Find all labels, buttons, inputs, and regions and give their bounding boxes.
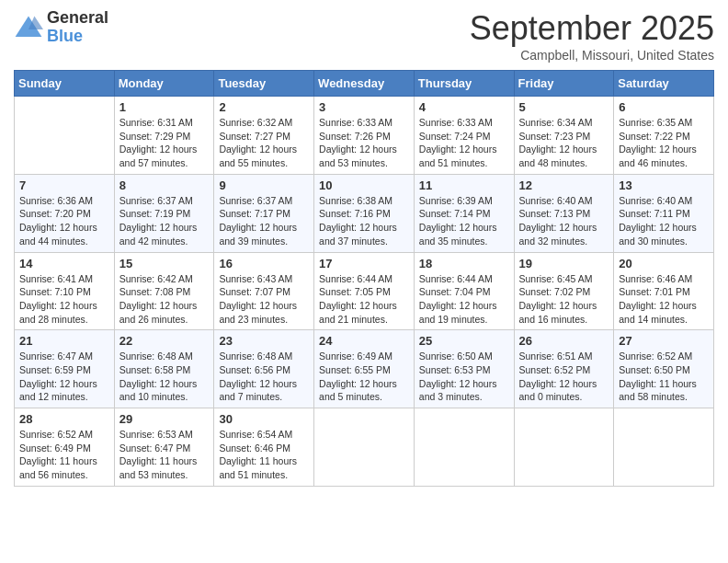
calendar-cell: 13Sunrise: 6:40 AM Sunset: 7:11 PM Dayli… <box>614 174 714 252</box>
calendar-cell <box>414 408 514 487</box>
calendar-cell: 1Sunrise: 6:31 AM Sunset: 7:29 PM Daylig… <box>114 97 214 175</box>
calendar-table: SundayMondayTuesdayWednesdayThursdayFrid… <box>14 70 714 487</box>
day-number: 28 <box>19 412 109 426</box>
day-info: Sunrise: 6:33 AM Sunset: 7:24 PM Dayligh… <box>419 116 509 170</box>
calendar-week-row: 28Sunrise: 6:52 AM Sunset: 6:49 PM Dayli… <box>15 408 714 487</box>
day-info: Sunrise: 6:46 AM Sunset: 7:01 PM Dayligh… <box>619 272 709 327</box>
weekday-header: Monday <box>114 71 214 97</box>
day-number: 12 <box>519 178 609 192</box>
day-info: Sunrise: 6:35 AM Sunset: 7:22 PM Dayligh… <box>619 116 709 170</box>
day-number: 16 <box>219 257 309 270</box>
day-number: 25 <box>419 334 509 348</box>
calendar-cell: 9Sunrise: 6:37 AM Sunset: 7:17 PM Daylig… <box>214 174 314 252</box>
day-number: 30 <box>219 412 309 426</box>
calendar-cell: 18Sunrise: 6:44 AM Sunset: 7:04 PM Dayli… <box>414 252 514 330</box>
day-info: Sunrise: 6:47 AM Sunset: 6:59 PM Dayligh… <box>19 350 109 404</box>
location-text: Campbell, Missouri, United States <box>470 48 714 63</box>
calendar-cell: 6Sunrise: 6:35 AM Sunset: 7:22 PM Daylig… <box>614 97 714 175</box>
day-number: 26 <box>519 334 609 348</box>
day-number: 4 <box>419 100 509 114</box>
calendar-cell: 21Sunrise: 6:47 AM Sunset: 6:59 PM Dayli… <box>15 330 115 408</box>
day-number: 21 <box>19 334 109 348</box>
day-number: 29 <box>119 412 210 426</box>
logo-general-text: General <box>47 9 108 28</box>
day-number: 3 <box>319 100 409 114</box>
calendar-cell: 15Sunrise: 6:42 AM Sunset: 7:08 PM Dayli… <box>114 252 214 330</box>
calendar-cell <box>514 408 614 487</box>
calendar-cell: 29Sunrise: 6:53 AM Sunset: 6:47 PM Dayli… <box>114 408 214 487</box>
day-info: Sunrise: 6:52 AM Sunset: 6:49 PM Dayligh… <box>19 428 109 482</box>
calendar-cell: 4Sunrise: 6:33 AM Sunset: 7:24 PM Daylig… <box>414 97 514 175</box>
page-header: General Blue September 2025 Campbell, Mi… <box>14 9 714 63</box>
title-block: September 2025 Campbell, Missouri, Unite… <box>470 9 714 63</box>
calendar-cell: 3Sunrise: 6:33 AM Sunset: 7:26 PM Daylig… <box>314 97 415 175</box>
day-number: 17 <box>319 257 409 270</box>
day-info: Sunrise: 6:53 AM Sunset: 6:47 PM Dayligh… <box>119 428 210 482</box>
calendar-cell: 28Sunrise: 6:52 AM Sunset: 6:49 PM Dayli… <box>15 408 115 487</box>
calendar-cell: 24Sunrise: 6:49 AM Sunset: 6:55 PM Dayli… <box>314 330 415 408</box>
calendar-cell: 5Sunrise: 6:34 AM Sunset: 7:23 PM Daylig… <box>514 97 614 175</box>
day-number: 15 <box>119 257 210 270</box>
calendar-cell: 17Sunrise: 6:44 AM Sunset: 7:05 PM Dayli… <box>314 252 415 330</box>
day-info: Sunrise: 6:49 AM Sunset: 6:55 PM Dayligh… <box>319 350 409 404</box>
calendar-cell: 27Sunrise: 6:52 AM Sunset: 6:50 PM Dayli… <box>614 330 714 408</box>
calendar-cell <box>614 408 714 487</box>
day-info: Sunrise: 6:41 AM Sunset: 7:10 PM Dayligh… <box>19 272 109 327</box>
day-info: Sunrise: 6:48 AM Sunset: 6:56 PM Dayligh… <box>219 350 309 404</box>
calendar-cell: 23Sunrise: 6:48 AM Sunset: 6:56 PM Dayli… <box>214 330 314 408</box>
day-info: Sunrise: 6:51 AM Sunset: 6:52 PM Dayligh… <box>519 350 609 404</box>
weekday-header: Saturday <box>614 71 714 97</box>
calendar-cell: 20Sunrise: 6:46 AM Sunset: 7:01 PM Dayli… <box>614 252 714 330</box>
day-number: 9 <box>219 178 309 192</box>
day-info: Sunrise: 6:43 AM Sunset: 7:07 PM Dayligh… <box>219 272 309 327</box>
day-info: Sunrise: 6:40 AM Sunset: 7:11 PM Dayligh… <box>619 194 709 248</box>
weekday-header: Sunday <box>15 71 115 97</box>
day-info: Sunrise: 6:50 AM Sunset: 6:53 PM Dayligh… <box>419 350 509 404</box>
day-number: 5 <box>519 100 609 114</box>
day-info: Sunrise: 6:34 AM Sunset: 7:23 PM Dayligh… <box>519 116 609 170</box>
day-number: 6 <box>619 100 709 114</box>
day-info: Sunrise: 6:52 AM Sunset: 6:50 PM Dayligh… <box>619 350 709 404</box>
day-number: 13 <box>619 178 709 192</box>
calendar-cell: 19Sunrise: 6:45 AM Sunset: 7:02 PM Dayli… <box>514 252 614 330</box>
calendar-cell: 12Sunrise: 6:40 AM Sunset: 7:13 PM Dayli… <box>514 174 614 252</box>
day-info: Sunrise: 6:45 AM Sunset: 7:02 PM Dayligh… <box>519 272 609 327</box>
day-number: 2 <box>219 100 309 114</box>
day-info: Sunrise: 6:37 AM Sunset: 7:19 PM Dayligh… <box>119 194 210 248</box>
day-info: Sunrise: 6:33 AM Sunset: 7:26 PM Dayligh… <box>319 116 409 170</box>
calendar-cell: 8Sunrise: 6:37 AM Sunset: 7:19 PM Daylig… <box>114 174 214 252</box>
calendar-cell: 11Sunrise: 6:39 AM Sunset: 7:14 PM Dayli… <box>414 174 514 252</box>
day-info: Sunrise: 6:54 AM Sunset: 6:46 PM Dayligh… <box>219 428 309 482</box>
day-info: Sunrise: 6:32 AM Sunset: 7:27 PM Dayligh… <box>219 116 309 170</box>
weekday-header: Thursday <box>414 71 514 97</box>
day-info: Sunrise: 6:31 AM Sunset: 7:29 PM Dayligh… <box>119 116 210 170</box>
day-info: Sunrise: 6:44 AM Sunset: 7:05 PM Dayligh… <box>319 272 409 327</box>
calendar-cell <box>314 408 415 487</box>
logo: General Blue <box>14 9 108 46</box>
day-number: 20 <box>619 257 709 270</box>
day-number: 14 <box>19 257 109 270</box>
day-number: 19 <box>519 257 609 270</box>
day-number: 8 <box>119 178 210 192</box>
month-title: September 2025 <box>470 9 714 48</box>
day-info: Sunrise: 6:39 AM Sunset: 7:14 PM Dayligh… <box>419 194 509 248</box>
logo-text: General Blue <box>47 9 108 46</box>
weekday-header: Friday <box>514 71 614 97</box>
day-number: 23 <box>219 334 309 348</box>
calendar-cell: 2Sunrise: 6:32 AM Sunset: 7:27 PM Daylig… <box>214 97 314 175</box>
day-number: 24 <box>319 334 409 348</box>
day-info: Sunrise: 6:44 AM Sunset: 7:04 PM Dayligh… <box>419 272 509 327</box>
day-number: 18 <box>419 257 509 270</box>
calendar-cell: 16Sunrise: 6:43 AM Sunset: 7:07 PM Dayli… <box>214 252 314 330</box>
calendar-week-row: 14Sunrise: 6:41 AM Sunset: 7:10 PM Dayli… <box>15 252 714 330</box>
day-info: Sunrise: 6:40 AM Sunset: 7:13 PM Dayligh… <box>519 194 609 248</box>
calendar-cell: 10Sunrise: 6:38 AM Sunset: 7:16 PM Dayli… <box>314 174 415 252</box>
calendar-cell: 7Sunrise: 6:36 AM Sunset: 7:20 PM Daylig… <box>15 174 115 252</box>
day-info: Sunrise: 6:37 AM Sunset: 7:17 PM Dayligh… <box>219 194 309 248</box>
calendar-cell: 22Sunrise: 6:48 AM Sunset: 6:58 PM Dayli… <box>114 330 214 408</box>
calendar-week-row: 21Sunrise: 6:47 AM Sunset: 6:59 PM Dayli… <box>15 330 714 408</box>
calendar-cell: 26Sunrise: 6:51 AM Sunset: 6:52 PM Dayli… <box>514 330 614 408</box>
logo-blue-text: Blue <box>47 28 108 46</box>
day-number: 1 <box>119 100 210 114</box>
day-number: 10 <box>319 178 409 192</box>
